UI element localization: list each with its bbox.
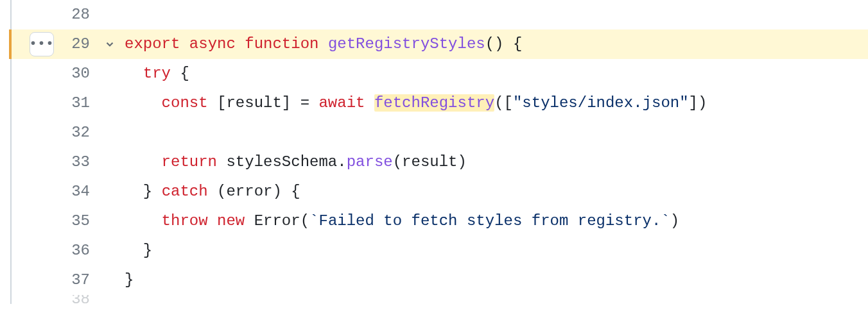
code-editor: 28 ••• 29 export async function getRegis… [0, 0, 868, 304]
code-content[interactable]: throw new Error(`Failed to fetch styles … [119, 206, 868, 236]
line-number: 31 [10, 88, 100, 118]
ellipsis-icon: ••• [30, 32, 55, 56]
line-number: 30 [10, 59, 100, 88]
code-line: 37 } [10, 265, 868, 295]
line-number: 34 [10, 177, 100, 206]
line-number: 29 [10, 29, 100, 59]
line-number: 38 [10, 295, 100, 304]
line-number: 37 [10, 265, 100, 295]
code-content[interactable]: } catch (error) { [119, 177, 868, 206]
code-line: 33 return stylesSchema.parse(result) [10, 147, 868, 177]
code-line: 31 const [result] = await fetchRegistry(… [10, 88, 868, 118]
code-line: 32 [10, 118, 868, 147]
line-number: 33 [10, 147, 100, 177]
code-line: 28 [10, 0, 868, 29]
line-number: 28 [10, 0, 100, 29]
code-content[interactable]: const [result] = await fetchRegistry(["s… [119, 88, 868, 118]
code-content[interactable]: try { [119, 59, 868, 88]
fold-toggle[interactable] [100, 38, 119, 50]
code-line: 30 try { [10, 59, 868, 88]
code-line: 35 throw new Error(`Failed to fetch styl… [10, 206, 868, 236]
code-line: 36 } [10, 236, 868, 265]
code-line-partial: 38 [10, 295, 868, 304]
gutter-change-indicator [9, 29, 12, 59]
more-actions-button[interactable]: ••• [30, 32, 54, 56]
code-content[interactable]: } [119, 236, 868, 265]
code-line: 34 } catch (error) { [10, 177, 868, 206]
line-number: 36 [10, 236, 100, 265]
code-content[interactable]: export async function getRegistryStyles(… [119, 29, 868, 59]
line-number: 35 [10, 206, 100, 236]
code-content[interactable]: return stylesSchema.parse(result) [119, 147, 868, 177]
code-line-highlighted: ••• 29 export async function getRegistry… [10, 29, 868, 59]
chevron-down-icon [104, 38, 116, 50]
code-content[interactable]: } [119, 265, 868, 295]
line-number: 32 [10, 118, 100, 147]
